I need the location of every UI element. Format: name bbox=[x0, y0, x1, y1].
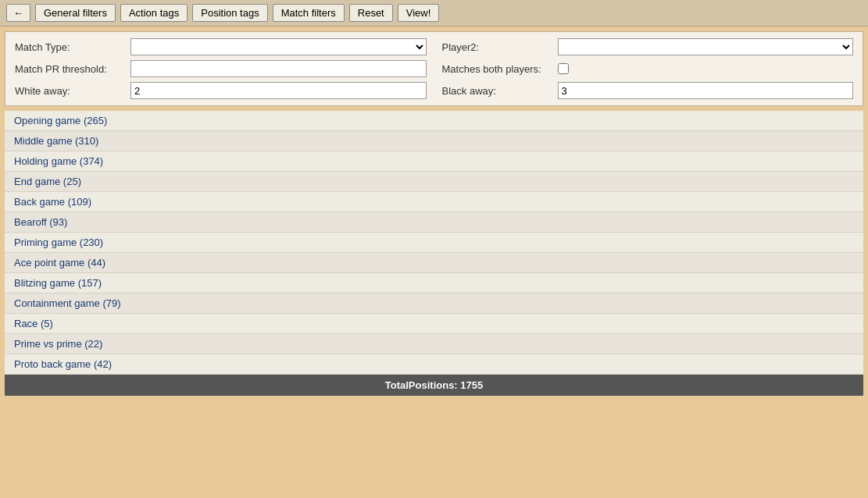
list-item[interactable]: Bearoff (93) bbox=[5, 212, 863, 233]
match-pr-row: Match PR threshold: bbox=[15, 60, 427, 77]
list-item[interactable]: Ace point game (44) bbox=[5, 253, 863, 273]
list-item[interactable]: End game (25) bbox=[5, 172, 863, 192]
list-item[interactable]: Opening game (265) bbox=[5, 111, 863, 131]
list-item[interactable]: Race (5) bbox=[5, 314, 863, 334]
player2-label: Player2: bbox=[442, 41, 552, 53]
general-filters-button[interactable]: General filters bbox=[35, 4, 116, 22]
white-away-row: White away: bbox=[15, 82, 427, 99]
total-positions: TotalPositions: 1755 bbox=[385, 379, 483, 391]
list-item[interactable]: Blitzing game (157) bbox=[5, 273, 863, 293]
match-type-label: Match Type: bbox=[15, 41, 124, 53]
player2-row: Player2: bbox=[442, 38, 854, 55]
white-away-label: White away: bbox=[15, 85, 124, 97]
matches-both-row: Matches both players: bbox=[442, 60, 854, 77]
view-button[interactable]: View! bbox=[398, 4, 440, 22]
match-filters-button[interactable]: Match filters bbox=[273, 4, 345, 22]
footer-bar: TotalPositions: 1755 bbox=[5, 375, 863, 396]
reset-button[interactable]: Reset bbox=[349, 4, 393, 22]
filters-grid: Match Type: Short Long Match Player2: Ma… bbox=[15, 38, 853, 99]
black-away-row: Black away: bbox=[442, 82, 854, 99]
match-type-select[interactable]: Short Long Match bbox=[130, 38, 427, 55]
list-item[interactable]: Containment game (79) bbox=[5, 293, 863, 314]
black-away-label: Black away: bbox=[442, 85, 552, 97]
white-away-input[interactable] bbox=[130, 82, 427, 99]
player2-select[interactable] bbox=[558, 38, 854, 55]
back-button[interactable]: ← bbox=[6, 4, 30, 22]
list-item[interactable]: Back game (109) bbox=[5, 192, 863, 212]
list-item[interactable]: Priming game (230) bbox=[5, 233, 863, 253]
list-item[interactable]: Holding game (374) bbox=[5, 151, 863, 172]
match-type-row: Match Type: Short Long Match bbox=[15, 38, 427, 55]
position-tags-button[interactable]: Position tags bbox=[192, 4, 267, 22]
match-pr-label: Match PR threshold: bbox=[15, 63, 124, 75]
list-item[interactable]: Middle game (310) bbox=[5, 131, 863, 151]
match-pr-input[interactable] bbox=[130, 60, 427, 77]
matches-both-checkbox[interactable] bbox=[558, 63, 569, 74]
list-item[interactable]: Proto back game (42) bbox=[5, 354, 863, 375]
filters-panel: Match Type: Short Long Match Player2: Ma… bbox=[5, 31, 863, 106]
matches-both-label: Matches both players: bbox=[442, 63, 552, 75]
toolbar: ← General filters Action tags Position t… bbox=[0, 0, 868, 27]
black-away-input[interactable] bbox=[558, 82, 854, 99]
action-tags-button[interactable]: Action tags bbox=[120, 4, 188, 22]
list-item[interactable]: Prime vs prime (22) bbox=[5, 334, 863, 354]
game-list: Opening game (265)Middle game (310)Holdi… bbox=[5, 111, 863, 375]
